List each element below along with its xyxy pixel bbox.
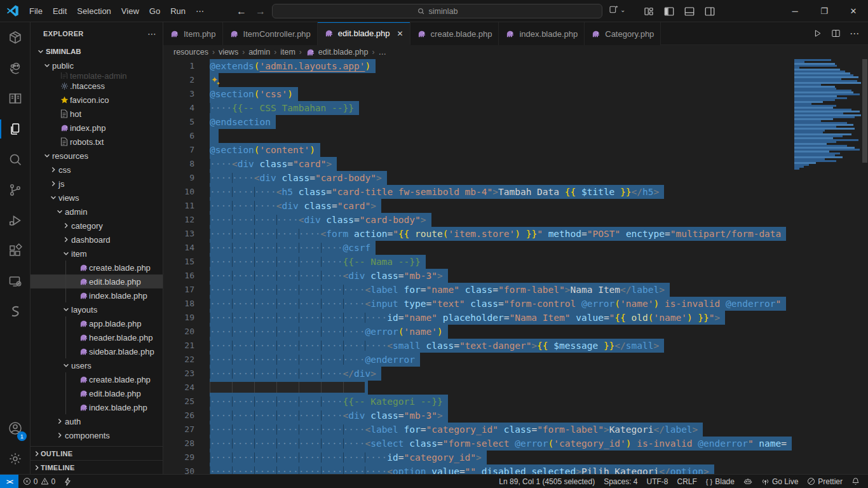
code-line-9[interactable]: 9········<div class="card-body"> [163,171,868,185]
code-line-23[interactable]: 23························</div> [163,367,868,381]
split-editor-icon[interactable] [831,29,841,38]
tree-item-public[interactable]: public [31,58,163,72]
code-line-17[interactable]: 17····························<label for… [163,283,868,297]
tree-item-.htaccess[interactable]: .htaccess [31,79,163,93]
minimap[interactable] [794,59,862,474]
code-line-19[interactable]: 19································id="na… [163,311,868,325]
tree-item-template-admin[interactable]: template-admin [31,72,163,79]
toggle-secondary-sidebar-icon[interactable] [704,6,715,17]
tab-close-icon[interactable]: ✕ [397,29,403,38]
run-file-icon[interactable] [813,29,822,38]
eol[interactable]: CRLF [673,475,702,488]
remote-explorer-icon[interactable] [0,266,30,297]
extensions-icon[interactable] [0,236,30,266]
code-line-8[interactable]: 8····<div class="card"> [163,157,868,171]
package-icon[interactable] [0,22,30,53]
menu-selection[interactable]: Selection [72,0,116,22]
tree-item-auth[interactable]: auth [31,414,163,428]
code-line-3[interactable]: 3@section('css') [163,87,868,101]
command-center-search[interactable]: siminlab [272,4,602,18]
menu-view[interactable]: View [116,0,144,22]
code-line-16[interactable]: 16························<div class="mb… [163,269,868,283]
code-line-5[interactable]: 5@endsection [163,115,868,129]
lightning-icon[interactable] [60,475,76,488]
run-debug-icon[interactable] [0,205,30,236]
tree-item-sidebar.blade.php[interactable]: sidebar.blade.php [31,344,163,358]
tree-item-robots.txt[interactable]: robots.txt [31,135,163,149]
breadcrumb-item-admin[interactable]: admin [248,48,270,57]
code-line-15[interactable]: 15························{{-- Nama --}} [163,255,868,269]
menu-file[interactable]: File [24,0,48,22]
editor-more-actions-icon[interactable]: ⋯ [850,28,859,39]
code-line-11[interactable]: 11············<div class="card"> [163,199,868,213]
indentation[interactable]: Spaces: 4 [599,475,642,488]
layout-dropdown-button[interactable]: ⌄ [609,4,625,15]
tree-item-views[interactable]: views [31,191,163,205]
code-line-14[interactable]: 14························@csrf [163,241,868,255]
copilot-icon[interactable] [739,475,757,488]
tree-item-layouts[interactable]: layouts [31,302,163,316]
code-line-18[interactable]: 18····························<input typ… [163,297,868,311]
tab-itemcontroller.php[interactable]: ItemController.php [223,22,318,45]
tree-item-admin[interactable]: admin [31,205,163,219]
breadcrumb-item-edit.blade.php[interactable]: edit.blade.php [306,48,369,57]
go-live[interactable]: Go Live [757,475,803,488]
code-editor[interactable]: 1@extends('admin.layouts.app')2✦✦3@secti… [163,59,868,474]
search-icon[interactable] [0,144,30,175]
tab-item.php[interactable]: Item.php [163,22,223,45]
tab-category.php[interactable]: Category.php [585,22,661,45]
settings-gear-icon[interactable] [0,444,30,474]
tree-item-category[interactable]: category [31,219,163,233]
nav-back-icon[interactable]: ← [236,6,247,17]
code-line-12[interactable]: 12················<div class="card-body"… [163,213,868,227]
menu-edit[interactable]: Edit [48,0,72,22]
editor-scrollbar[interactable] [862,59,868,474]
tree-item-header.blade.php[interactable]: header.blade.php [31,330,163,344]
problems[interactable]: 00 [18,475,60,488]
breadcrumb-item-resources[interactable]: resources [173,48,208,57]
tree-item-edit.blade.php[interactable]: edit.blade.php [31,386,163,400]
breadcrumb-item-views[interactable]: views [219,48,238,57]
language-mode[interactable]: { }Blade [702,475,739,488]
menu-go[interactable]: Go [144,0,165,22]
nav-forward-icon[interactable]: → [255,6,266,17]
code-line-22[interactable]: 22····························@enderror [163,353,868,367]
code-line-27[interactable]: 27····························<label for… [163,423,868,437]
tree-item-edit.blade.php[interactable]: edit.blade.php [31,274,163,288]
tree-item-index.blade.php[interactable]: index.blade.php [31,288,163,302]
customize-layout-icon[interactable] [643,6,654,17]
cursor-position[interactable]: Ln 89, Col 1 (4505 selected) [494,475,599,488]
tree-item-index.blade.php[interactable]: index.blade.php [31,400,163,414]
breadcrumb-item--[interactable]: … [378,48,386,57]
code-line-1[interactable]: 1@extends('admin.layouts.app') [163,59,868,73]
tree-item-hot[interactable]: hot [31,107,163,121]
tree-item-create.blade.php[interactable]: create.blade.php [31,372,163,386]
code-line-2[interactable]: 2✦✦ [163,73,868,87]
scrollbar-thumb[interactable] [862,59,867,163]
tree-item-app.blade.php[interactable]: app.blade.php [31,316,163,330]
tab-edit.blade.php[interactable]: edit.blade.php✕ [318,22,410,45]
tab-create.blade.php[interactable]: create.blade.php [410,22,499,45]
explorer-icon[interactable] [0,114,30,144]
code-line-25[interactable]: 25························{{-- Kategori … [163,395,868,409]
tree-item-resources[interactable]: resources [31,149,163,163]
tree-item-create.blade.php[interactable]: create.blade.php [31,261,163,274]
toggle-panel-icon[interactable] [684,6,695,17]
toggle-primary-sidebar-icon[interactable] [663,6,675,17]
code-line-20[interactable]: 20····························@error('na… [163,325,868,339]
panel-timeline[interactable]: TIMELINE [31,460,163,474]
source-control-icon[interactable] [0,175,30,205]
s-logo-icon[interactable] [0,297,30,327]
breadcrumb-item-item[interactable]: item [280,48,295,57]
menu-[interactable]: ⋯ [191,0,209,22]
encoding[interactable]: UTF-8 [642,475,673,488]
code-line-28[interactable]: 28····························<select cl… [163,437,868,451]
code-line-6[interactable]: 6 [163,129,868,143]
tab-index.blade.php[interactable]: index.blade.php [499,22,585,45]
remote-indicator[interactable]: >< [0,475,18,488]
code-line-4[interactable]: 4····{{-- CSS Tambahan --}} [163,101,868,115]
code-line-26[interactable]: 26························<div class="mb… [163,409,868,423]
code-line-29[interactable]: 29································id="ca… [163,451,868,464]
menu-run[interactable]: Run [165,0,191,22]
account-icon[interactable]: 1 [0,413,30,444]
